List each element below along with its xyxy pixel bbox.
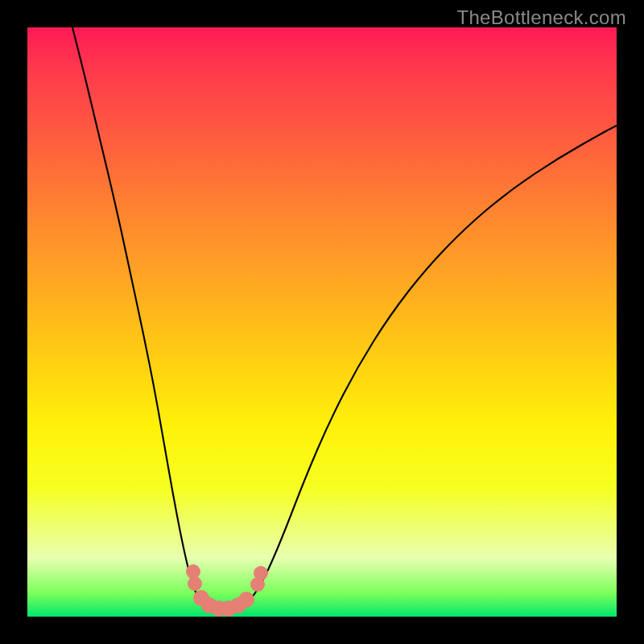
bead-marker	[188, 576, 202, 591]
bead-marker	[250, 577, 265, 592]
curve-beads	[186, 564, 268, 617]
curve-left	[72, 27, 222, 614]
bead-marker	[238, 592, 254, 608]
bead-marker	[201, 597, 217, 613]
bead-marker	[254, 566, 268, 580]
watermark-text: TheBottleneck.com	[456, 6, 626, 29]
bead-marker	[186, 564, 200, 579]
bead-marker	[221, 601, 237, 617]
bead-marker	[211, 601, 227, 617]
curve-right	[222, 126, 617, 614]
bead-marker	[230, 597, 246, 613]
bottleneck-curve-svg	[27, 27, 617, 617]
bead-marker	[193, 590, 209, 606]
chart-plot-area	[27, 27, 617, 617]
